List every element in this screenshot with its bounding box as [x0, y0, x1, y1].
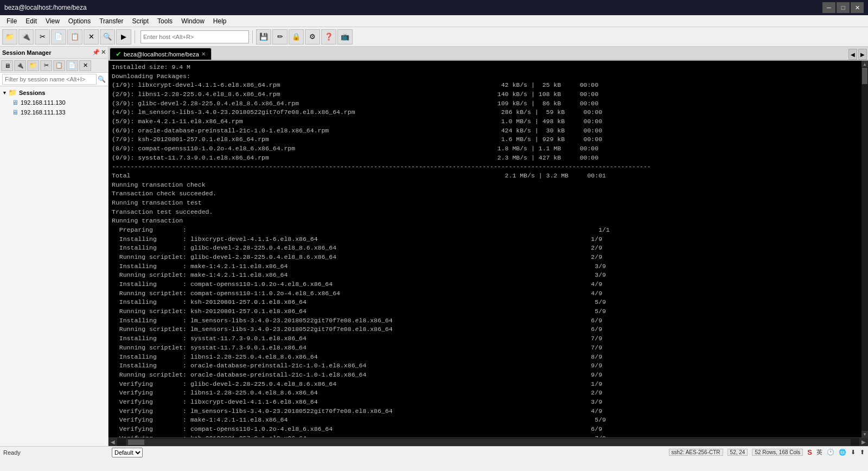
tab-close-icon[interactable]: ✕ [201, 51, 206, 57]
status-icon-clock: 🕐 [827, 449, 834, 456]
session-host-1: 192.168.111.130 [21, 99, 66, 106]
status-ready: Ready [3, 449, 112, 456]
session-filter-input[interactable] [2, 74, 97, 85]
menu-window[interactable]: Window [177, 16, 209, 26]
session-item-1[interactable]: 🖥 192.168.111.130 [1, 98, 107, 107]
menubar: File Edit View Options Transfer Script T… [0, 15, 868, 27]
titlebar-title: beza@localhost:/home/beza [4, 4, 87, 11]
search-icon[interactable]: 🔍 [98, 75, 106, 83]
tab-active[interactable]: ✔ beza@localhost:/home/beza ✕ [110, 48, 212, 60]
status-icon-ul: ⬆ [860, 449, 865, 456]
terminal[interactable]: Installed size: 9.4 M Downloading Packag… [108, 61, 861, 437]
terminal-container: Installed size: 9.4 M Downloading Packag… [108, 61, 868, 437]
tabbar: ✔ beza@localhost:/home/beza ✕ ◀ ▶ [108, 47, 868, 61]
sidebar-toolbar: 🖥 🔌 📁 ✂ 📋 📄 ✕ [0, 59, 108, 73]
toolbar-edit[interactable]: ✏ [272, 29, 288, 44]
sidebar-connect-btn[interactable]: 🔌 [14, 60, 26, 71]
hscroll: ◀ ▶ [108, 437, 868, 446]
sidebar: Session Manager 📌 ✕ 🖥 🔌 📁 ✂ 📋 📄 ✕ 🔍 ▾ 📁 [0, 47, 108, 446]
status-right: ssh2: AES-256-CTR 52, 24 52 Rows, 168 Co… [669, 448, 865, 456]
minimize-button[interactable]: ─ [822, 2, 835, 13]
hscroll-thumb[interactable] [128, 440, 144, 445]
toolbar: 📁 🔌 ✂ 📄 📋 ✕ 🔍 ▶ 💾 ✏ 🔒 ⚙ ❓ 📺 [0, 27, 868, 47]
toolbar-settings[interactable]: ⚙ [305, 29, 320, 44]
folder-icon: 📁 [8, 88, 17, 97]
encryption-badge: ssh2: AES-256-CTR [669, 449, 723, 456]
vscroll-thumb[interactable] [862, 68, 867, 84]
status-icon-en: 英 [816, 448, 822, 456]
tab-nav: ◀ ▶ [848, 49, 867, 60]
menu-transfer[interactable]: Transfer [95, 16, 127, 26]
vscroll-track[interactable] [861, 67, 868, 431]
session-tree: ▾ 📁 Sessions 🖥 192.168.111.130 🖥 192.168… [0, 86, 108, 446]
sidebar-new-btn[interactable]: 🖥 [1, 60, 13, 71]
sessions-group-label: ▾ 📁 Sessions [1, 87, 107, 98]
filter-box: 🔍 [0, 73, 108, 86]
toolbar-paste[interactable]: 📋 [67, 29, 82, 44]
sidebar-folder-btn[interactable]: 📁 [27, 60, 39, 71]
toolbar-connect[interactable]: 🔌 [18, 29, 34, 44]
session-host-2: 192.168.111.133 [21, 109, 66, 116]
sidebar-delete-btn[interactable]: ✕ [79, 60, 91, 71]
menu-file[interactable]: File [2, 16, 21, 26]
session-type-dropdown[interactable]: Default [112, 448, 143, 457]
toolbar-new-session[interactable]: 📁 [2, 29, 17, 44]
hscroll-right-button[interactable]: ▶ [859, 438, 868, 447]
sidebar-title: Session Manager [2, 49, 51, 56]
menu-tools[interactable]: Tools [153, 16, 177, 26]
sidebar-paste-btn[interactable]: 📄 [66, 60, 78, 71]
right-panel: ✔ beza@localhost:/home/beza ✕ ◀ ▶ Instal… [108, 47, 868, 446]
tab-nav-left[interactable]: ◀ [848, 49, 857, 60]
cursor-badge: 52, 24 [727, 449, 748, 456]
main-content: Session Manager 📌 ✕ 🖥 🔌 📁 ✂ 📋 📄 ✕ 🔍 ▾ 📁 [0, 47, 868, 446]
sidebar-header-controls: 📌 ✕ [92, 49, 106, 56]
tab-status-icon: ✔ [116, 50, 122, 58]
menu-help[interactable]: Help [209, 16, 231, 26]
sessions-group[interactable]: ▾ 📁 Sessions 🖥 192.168.111.130 🖥 192.168… [1, 87, 107, 117]
close-button[interactable]: ✕ [851, 2, 864, 13]
pc-icon-2: 🖥 [12, 109, 18, 116]
sidebar-header: Session Manager 📌 ✕ [0, 47, 108, 59]
status-icon-net: 🌐 [839, 449, 846, 456]
status-icon-dl: ⬇ [851, 449, 856, 456]
toolbar-security[interactable]: 🔒 [289, 29, 304, 44]
toolbar-help[interactable]: ❓ [321, 29, 336, 44]
hscroll-track[interactable] [126, 439, 851, 445]
tab-nav-right[interactable]: ▶ [858, 49, 867, 60]
dimensions-badge: 52 Rows, 168 Cols [752, 449, 803, 456]
expand-arrow: ▾ [3, 90, 6, 96]
session-item-2[interactable]: 🖥 192.168.111.133 [1, 107, 107, 117]
menu-options[interactable]: Options [64, 16, 95, 26]
sidebar-copy-btn[interactable]: 📋 [53, 60, 65, 71]
terminal-vscroll: ▲ ▼ [861, 61, 868, 437]
toolbar-disconnect[interactable]: ✂ [35, 29, 50, 44]
toolbar-copy[interactable]: 📄 [51, 29, 66, 44]
pc-icon-1: 🖥 [12, 99, 18, 106]
vscroll-up-button[interactable]: ▲ [861, 61, 868, 67]
titlebar: beza@localhost:/home/beza ─ □ ✕ [0, 0, 868, 15]
window-controls: ─ □ ✕ [822, 2, 864, 13]
toolbar-sftp[interactable]: 💾 [256, 29, 271, 44]
sidebar-cut-btn[interactable]: ✂ [40, 60, 52, 71]
sidebar-close-icon[interactable]: ✕ [101, 49, 106, 56]
toolbar-find[interactable]: 🔍 [100, 29, 115, 44]
sessions-group-text: Sessions [19, 90, 45, 96]
toolbar-separator2 [252, 30, 253, 43]
tab-label: beza@localhost:/home/beza [124, 51, 199, 58]
toolbar-run[interactable]: ▶ [116, 29, 131, 44]
menu-edit[interactable]: Edit [21, 16, 41, 26]
menu-script[interactable]: Script [127, 16, 153, 26]
vscroll-down-button[interactable]: ▼ [861, 431, 868, 437]
toolbar-monitor[interactable]: 📺 [337, 29, 353, 44]
status-icon-s: S [807, 448, 812, 456]
maximize-button[interactable]: □ [837, 2, 850, 13]
sidebar-pin-icon[interactable]: 📌 [92, 49, 100, 56]
hscroll-left-button[interactable]: ◀ [108, 438, 117, 447]
host-input[interactable] [141, 30, 249, 43]
toolbar-separator [135, 30, 135, 43]
menu-view[interactable]: View [41, 16, 64, 26]
toolbar-delete[interactable]: ✕ [84, 29, 99, 44]
statusbar: Ready Default ssh2: AES-256-CTR 52, 24 5… [0, 446, 868, 458]
